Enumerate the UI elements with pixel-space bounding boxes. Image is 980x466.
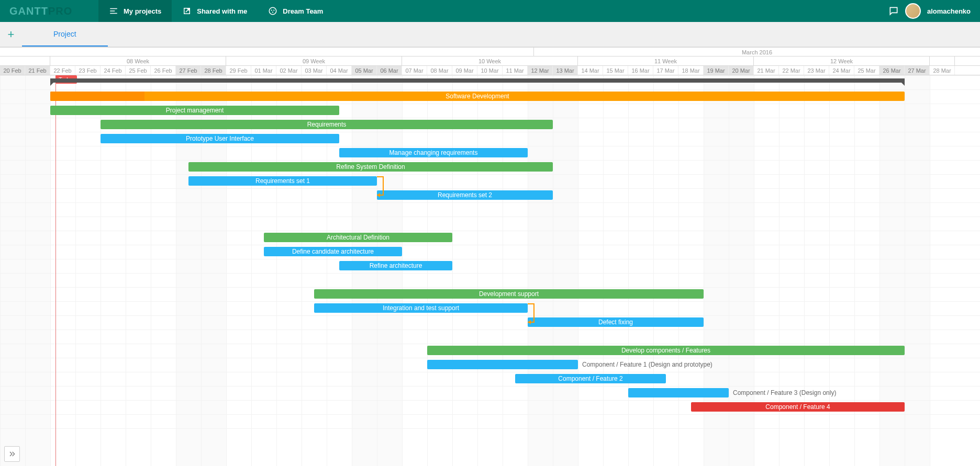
avatar[interactable] (905, 3, 921, 19)
gantt-bar-label: Requirements set 2 (438, 191, 492, 199)
gantt-bar-label: Defect fixing (598, 319, 633, 326)
external-icon (182, 6, 192, 16)
gantt-chart: March 2016 08 Week09 Week10 Week11 Week1… (0, 47, 980, 466)
gantt-bar-label: Development support (479, 290, 539, 298)
gantt-bar[interactable] (427, 360, 578, 369)
gantt-bar[interactable]: Requirements set 2 (377, 190, 553, 200)
svg-point-0 (270, 7, 277, 15)
gantt-bar[interactable]: Manage changing requirements (339, 148, 528, 157)
expand-sidebar-button[interactable] (4, 446, 20, 462)
svg-point-3 (272, 12, 273, 13)
timeline-week-cell: 09 Week (226, 56, 402, 65)
gantt-bar-label: Refine architecture (370, 262, 422, 269)
gantt-bar-label: Integration and test support (383, 304, 459, 312)
timeline-day-cell: 24 Feb (101, 66, 126, 75)
gantt-bar-side-label: Component / Feature 1 (Design and protot… (582, 360, 712, 369)
timeline-day-cell: 02 Mar (276, 66, 302, 75)
timeline-week-cell (930, 56, 955, 65)
timeline-week-cell: 11 Week (578, 56, 754, 65)
gantt-bar-label: Component / Feature 4 (765, 403, 830, 411)
tab-strip: + Project (0, 22, 980, 47)
timeline-day-cell: 28 Mar (930, 66, 955, 75)
nav-shared-with-me[interactable]: Shared with me (172, 0, 258, 22)
timeline-day-cell: 09 Mar (452, 66, 477, 75)
logo-gantt: GANTT (9, 5, 48, 17)
gantt-bar[interactable]: Software Development (50, 92, 905, 101)
timeline-day-cell: 19 Mar (704, 66, 729, 75)
timeline-day-cell: 03 Mar (302, 66, 327, 75)
gantt-bars: TodaySoftware DevelopmentProject managem… (0, 75, 980, 466)
timeline-day-cell: 29 Feb (226, 66, 251, 75)
gantt-bar[interactable]: Defect fixing (528, 317, 704, 327)
menu-icon (109, 6, 118, 16)
timeline-week-row: 08 Week09 Week10 Week11 Week12 Week (0, 56, 980, 66)
svg-point-2 (273, 9, 274, 10)
gantt-summary-bar[interactable] (50, 78, 905, 83)
timeline-day-cell: 25 Mar (854, 66, 879, 75)
tab-project-label: Project (53, 30, 76, 38)
timeline-day-cell: 08 Mar (427, 66, 452, 75)
gantt-bar-label: Requirements set 1 (255, 177, 310, 185)
timeline-day-cell: 16 Mar (628, 66, 653, 75)
gantt-bar[interactable]: Integration and test support (314, 303, 528, 313)
gantt-bar[interactable]: Requirements (101, 120, 553, 129)
timeline-day-cell: 15 Mar (603, 66, 628, 75)
timeline-day-cell: 12 Mar (528, 66, 553, 75)
timeline-day-cell: 23 Feb (75, 66, 101, 75)
timeline-day-cell: 20 Feb (0, 66, 25, 75)
timeline-day-cell: 07 Mar (402, 66, 427, 75)
timeline-day-cell: 04 Mar (327, 66, 352, 75)
team-icon (268, 6, 277, 16)
gantt-bar[interactable]: Project management (50, 106, 339, 115)
gantt-bar-label: Manage changing requirements (389, 149, 478, 156)
gantt-bar[interactable]: Component / Feature 2 (515, 374, 666, 383)
gantt-bar[interactable]: Prototype User Interface (101, 134, 339, 143)
nav-dream-team[interactable]: Dream Team (258, 0, 333, 22)
timeline-week-cell: 10 Week (402, 56, 578, 65)
gantt-bar-label: Architectural Definition (327, 234, 389, 241)
header-right: alomachenko (888, 3, 980, 19)
chevrons-right-icon (8, 450, 16, 458)
timeline-week-cell (0, 56, 50, 65)
timeline-day-cell: 24 Mar (829, 66, 854, 75)
timeline-day-cell: 10 Mar (477, 66, 503, 75)
tab-project[interactable]: Project (22, 22, 108, 47)
logo[interactable]: GANTTPRO (0, 0, 98, 22)
timeline-day-cell: 27 Mar (905, 66, 930, 75)
add-project-button[interactable]: + (0, 22, 22, 47)
timeline-day-cell: 27 Feb (176, 66, 201, 75)
nav-my-projects[interactable]: My projects (98, 0, 172, 22)
timeline-week-cell: 08 Week (50, 56, 226, 65)
username[interactable]: alomachenko (927, 7, 971, 15)
timeline-day-cell: 11 Mar (503, 66, 528, 75)
gantt-bar-side-label: Component / Feature 3 (Design only) (733, 388, 836, 397)
timeline-day-cell: 22 Feb (50, 66, 75, 75)
gantt-bar[interactable]: Refine System Definition (188, 162, 553, 172)
timeline-day-cell: 20 Mar (729, 66, 754, 75)
gantt-bar-label: Refine System Definition (336, 163, 405, 171)
gantt-bar-label: Define candidate architecture (292, 248, 374, 255)
gantt-bar[interactable]: Architectural Definition (264, 233, 452, 242)
gantt-bar[interactable] (628, 388, 729, 397)
timeline-day-row: 20 Feb21 Feb22 Feb23 Feb24 Feb25 Feb26 F… (0, 66, 980, 75)
gantt-bar-label: Software Development (446, 93, 509, 100)
gantt-bar[interactable]: Refine architecture (339, 261, 452, 270)
gantt-bar[interactable]: Requirements set 1 (188, 176, 377, 186)
svg-point-1 (271, 9, 272, 10)
timeline-day-cell: 05 Mar (352, 66, 377, 75)
nav-my-projects-label: My projects (124, 7, 161, 15)
timeline-month-row: March 2016 (0, 47, 980, 56)
timeline-day-cell: 21 Feb (25, 66, 50, 75)
timeline-day-cell: 01 Mar (251, 66, 276, 75)
gantt-bar[interactable]: Component / Feature 4 (691, 402, 905, 412)
gantt-bar[interactable]: Develop components / Features (427, 346, 905, 355)
gantt-bar[interactable]: Development support (314, 289, 704, 299)
gantt-bar-label: Develop components / Features (621, 347, 710, 354)
timeline-day-cell: 28 Feb (201, 66, 226, 75)
gantt-bar-label: Component / Feature 2 (558, 375, 622, 382)
timeline-week-cell: 12 Week (754, 56, 930, 65)
gantt-bar[interactable]: Define candidate architecture (264, 247, 402, 256)
timeline-day-cell: 18 Mar (678, 66, 704, 75)
nav-shared-label: Shared with me (197, 7, 247, 15)
chat-icon[interactable] (888, 6, 899, 16)
